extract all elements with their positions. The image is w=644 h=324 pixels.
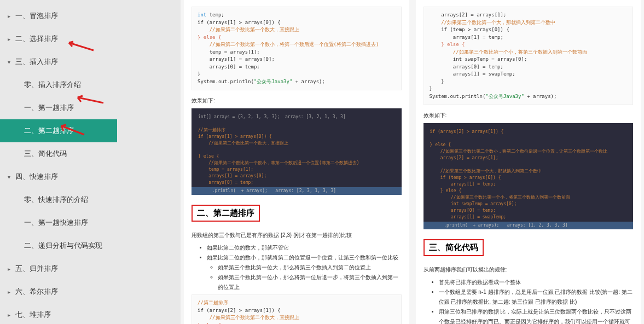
- list-item: 如果第三个数比第一位大，那么将第三个数插入到第二的位置上: [218, 263, 402, 273]
- chevron-icon: ▾: [8, 174, 13, 180]
- page-right: arrays[2] = arrays[1]; //如果第三个数比第一个大，那就插…: [416, 0, 641, 324]
- sidebar-item-13[interactable]: ▸七、堆排序: [0, 303, 181, 324]
- sidebar-item-9[interactable]: 一、第一趟快速排序: [0, 211, 181, 234]
- sidebar-item-7[interactable]: ▾四、快速排序: [0, 165, 181, 188]
- sidebar-item-2[interactable]: ▾三、插入排序: [0, 50, 181, 73]
- chevron-icon: ▾: [8, 59, 13, 65]
- sidebar-item-label: 七、堆排序: [15, 310, 51, 320]
- list-item: 一个数组是需要 n-1 趟排序的，总是用后一位跟 已排序的数据 比较(第一趟: …: [439, 287, 634, 307]
- list-item: 如果比第二位的数小，那就将第二的位置退一个位置，让第三个数和第一位比较: [207, 253, 402, 263]
- sidebar-item-label: 三、简化代码: [24, 149, 67, 159]
- sidebar-item-label: 二、递归分析与代码实现: [24, 241, 102, 251]
- list-item: 如果第三个数比第一位小，那么将第一位后退一步，将第三个数插入到第一的位置上: [218, 273, 402, 292]
- section-title-1: 二、第二趟排序: [192, 205, 260, 222]
- chevron-icon: ▸: [8, 289, 13, 295]
- result-label-1: 效果如下:: [192, 96, 402, 105]
- bullet-list-2: 首先将已排序的数据看成一个整体 一个数组是需要 n-1 趟排序的，总是用后一位跟…: [423, 277, 634, 324]
- sidebar-item-label: 三、插入排序: [15, 57, 58, 67]
- sidebar-item-12[interactable]: ▸六、希尔排序: [0, 280, 181, 303]
- code-block-2: //第二趟排序if (arrays[2] > arrays[1]) { //如果…: [192, 294, 402, 324]
- sidebar-item-label: 五、归并排序: [15, 264, 58, 274]
- sidebar-item-label: 零、插入排序介绍: [24, 80, 81, 90]
- code-block-3: arrays[2] = arrays[1]; //如果第三个数比第一个大，那就插…: [423, 7, 634, 105]
- section-title-2: 三、简化代码: [423, 239, 484, 256]
- content-area: int temp;if (arrays[1] > arrays[0]) { //…: [181, 0, 644, 324]
- code-block-1: int temp;if (arrays[1] > arrays[0]) { //…: [192, 7, 402, 90]
- sidebar-item-label: 一、第一趟排序: [24, 103, 74, 113]
- chevron-icon: ▸: [8, 13, 13, 19]
- sidebar-item-label: 二、选择排序: [15, 34, 58, 44]
- bullet-list-1: 如果比第二位的数大，那就不管它 如果比第二位的数小，那就将第二的位置退一个位置，…: [192, 243, 402, 292]
- page-left: int temp;if (arrays[1] > arrays[0]) { //…: [184, 0, 409, 324]
- chevron-icon: ▸: [8, 266, 13, 272]
- section-desc-2: 从前两趟排序我们可以摸出的规律:: [423, 265, 634, 274]
- sidebar-item-label: 一、第一趟快速排序: [24, 218, 88, 228]
- sidebar-item-0[interactable]: ▸一、冒泡排序: [0, 4, 181, 27]
- sidebar-item-8[interactable]: 零、快速排序的介绍: [0, 188, 181, 211]
- section-desc-1: 用数组的第三个数与已是有序的数据 {2,3} (刚才在第一趟排的)比较: [192, 230, 402, 240]
- sidebar-item-label: 一、冒泡排序: [15, 11, 58, 21]
- sidebar-item-label: 四、快速排序: [15, 172, 58, 182]
- sidebar-item-6[interactable]: 三、简化代码: [0, 142, 181, 165]
- chevron-icon: ▸: [8, 36, 13, 42]
- sidebar-item-5[interactable]: 二、第二趟排序: [0, 119, 117, 142]
- sidebar-item-label: 二、第二趟排序: [24, 126, 74, 136]
- chevron-icon: ▸: [8, 312, 13, 318]
- sidebar-item-11[interactable]: ▸五、归并排序: [0, 257, 181, 280]
- sidebar-item-1[interactable]: ▸二、选择排序: [0, 27, 181, 50]
- list-item: 用第三位和已排序的数据 比，实际上就是让第三位数跟两个数比较，只不过这两个数是已…: [439, 307, 634, 324]
- list-item: 如果比第二位的数大，那就不管它: [207, 243, 402, 253]
- result-label-2: 效果如下:: [423, 111, 634, 120]
- sidebar: ▸一、冒泡排序▸二、选择排序▾三、插入排序零、插入排序介绍一、第一趟排序二、第二…: [0, 0, 181, 324]
- output-screenshot-2: if (arrays[2] > arrays[1]) { } else { //…: [423, 123, 634, 229]
- output-screenshot-1: int[] arrays = {3, 2, 1, 3, 3}; arrays: …: [192, 108, 402, 195]
- sidebar-item-3[interactable]: 零、插入排序介绍: [0, 73, 181, 96]
- sidebar-item-4[interactable]: 一、第一趟排序: [0, 96, 181, 119]
- list-item: 首先将已排序的数据看成一个整体: [439, 277, 634, 287]
- sidebar-item-label: 零、快速排序的介绍: [24, 195, 88, 205]
- sidebar-item-label: 六、希尔排序: [15, 287, 58, 297]
- sidebar-item-10[interactable]: 二、递归分析与代码实现: [0, 234, 181, 257]
